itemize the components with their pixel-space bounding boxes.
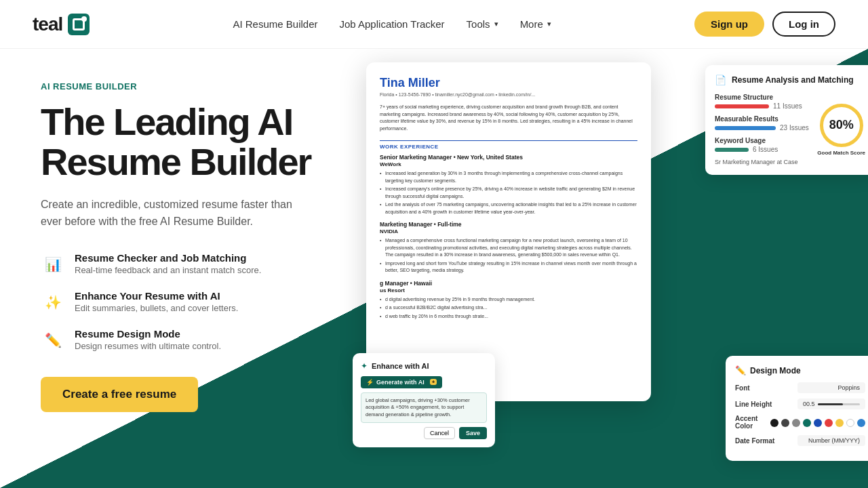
enhance-cancel-button[interactable]: Cancel [424,427,455,439]
color-darkgray[interactable] [781,419,789,427]
design-card: ✏️ Design Mode Font Poppins Line Height … [726,356,868,461]
analysis-row-structure: Resume Structure 11 Issues [715,94,809,110]
feature-title-2: Enhance Your Resume with AI [75,290,238,302]
enhance-card: ✦ Enhance with AI ⚡ Generate with AI + L… [353,353,495,448]
design-font-value[interactable]: Poppins [797,382,865,393]
analysis-icon: 📄 [715,75,726,85]
hero-subtitle: Create an incredible, customized resume … [41,196,312,230]
resume-bullet-3-3: d web traffic by 20% in 6 months through… [380,313,637,321]
resume-company3: us Resort [380,287,637,293]
design-font-row: Font Poppins [735,382,865,393]
feature-resume-checker: 📊 Resume Checker and Job Matching Real-t… [41,252,320,277]
feature-title-1: Resume Checker and Job Matching [75,252,261,264]
analysis-title: Resume Analysis and Matching [732,75,854,85]
resume-bullet-1-3: Led the analysis of over 75 marketing ca… [380,201,637,216]
resume-job2-title: Marketing Manager • Full-time [380,221,637,228]
signup-button[interactable]: Sign up [694,12,764,37]
color-red[interactable] [825,419,833,427]
resume-preview-card: Tina Miller Florida • 123-5456-7890 • ti… [366,62,651,401]
resume-summary: 7+ years of social marketing experience,… [380,104,637,132]
ai-badge: + [430,379,437,385]
cta-button[interactable]: Create a free resume [41,377,198,412]
resume-company1: WeWork [380,161,637,167]
resume-bullet-2-1: Managed a comprehensive cross functional… [380,237,637,259]
generate-icon: ⚡ [366,379,374,386]
feature-title-3: Resume Design Mode [75,328,221,340]
feature-desc-1: Real-time feedback and an instant match … [75,265,261,275]
resume-name: Tina Miller [380,76,637,90]
color-lightblue[interactable] [857,419,865,427]
design-lineheight-row: Line Height 00.5 [735,399,865,409]
color-blue[interactable] [814,419,822,427]
progress-bar-keywords [715,148,749,152]
color-white[interactable] [846,419,854,427]
feature-desc-2: Edit summaries, bullets, and cover lette… [75,303,238,313]
nav-links: AI Resume Builder Job Application Tracke… [233,18,551,30]
nav-tools[interactable]: Tools ▾ [467,18,498,30]
design-mode-pencil-icon: ✏️ [735,365,746,375]
feature-enhance-ai: ✨ Enhance Your Resume with AI Edit summa… [41,290,320,314]
logo[interactable]: teal [33,14,90,35]
match-score-circle: 80% [820,104,863,147]
feature-list: 📊 Resume Checker and Job Matching Real-t… [41,252,320,352]
resume-bullet-3-1: d digital advertising revenue by 25% in … [380,296,637,304]
tools-chevron-icon: ▾ [494,20,498,28]
analysis-row-results: Measurable Results 23 Issues [715,115,809,131]
color-gray[interactable] [792,419,800,427]
more-chevron-icon: ▾ [547,20,551,28]
feature-design-mode: ✏️ Resume Design Mode Design resumes wit… [41,328,320,352]
design-dateformat-value[interactable]: Number (MM/YYY) [797,435,865,446]
design-dateformat-row: Date Format Number (MM/YYY) [735,435,865,446]
analysis-row-keywords: Keyword Usage 6 Issues [715,137,809,153]
generate-ai-button[interactable]: ⚡ Generate with AI + [361,376,442,388]
resume-job1-title: Senior Marketing Manager • New York, Uni… [380,154,637,161]
color-black[interactable] [770,419,778,427]
hero-section: AI Resume Builder The Leading AI Resume … [0,49,868,488]
enhance-sparkle-icon: ✦ [361,361,368,371]
design-title: Design Mode [750,366,801,375]
nav-ai-resume-builder[interactable]: AI Resume Builder [233,18,317,30]
enhance-text-content[interactable]: Led global campaigns, driving +30% custo… [361,392,487,424]
hero-badge: AI Resume Builder [41,81,320,92]
analysis-job-title: Sr Marketing Manager at Case [715,159,809,165]
progress-bar-results [715,126,776,130]
nav-more[interactable]: More ▾ [520,18,551,30]
analysis-card: 📄 Resume Analysis and Matching Resume St… [705,65,868,175]
resume-checker-icon: 📊 [41,252,65,277]
logo-icon [68,14,90,35]
enhance-ai-icon: ✨ [41,290,65,314]
login-button[interactable]: Log in [772,12,835,37]
feature-desc-3: Design resumes with ultimate control. [75,341,221,351]
resume-bullet-1-1: Increased lead generation by 30% in 3 mo… [380,170,637,184]
enhance-save-button[interactable]: Save [459,427,487,439]
logo-text: teal [33,14,62,35]
color-yellow[interactable] [835,419,844,427]
resume-contact: Florida • 123-5456-7890 • tinamiller.nyc… [380,92,637,97]
resume-bullet-1-2: Increased company's online presence by 2… [380,186,637,200]
hero-right: Tina Miller Florida • 123-5456-7890 • ti… [353,49,868,488]
resume-section-work: WORK EXPERIENCE [380,140,637,150]
resume-company2: NVIDIA [380,228,637,235]
design-mode-icon: ✏️ [41,328,65,352]
nav-job-tracker[interactable]: Job Application Tracker [340,18,445,30]
design-accent-row: Accent Color [735,415,865,430]
enhance-title: Enhance with AI [372,362,429,370]
score-description: Good Match Score [817,150,865,156]
progress-bar-structure [715,104,769,108]
hero-title: The Leading AI Resume Builder [41,102,320,182]
nav-actions: Sign up Log in [694,12,835,37]
navbar: teal AI Resume Builder Job Application T… [0,0,868,49]
resume-job3-title: g Manager • Hawaii [380,280,637,287]
hero-left: AI Resume Builder The Leading AI Resume … [0,49,353,488]
color-palette[interactable] [770,419,865,427]
resume-bullet-2-2: Improved long and short form YouTube str… [380,260,637,274]
design-lineheight-value[interactable]: 00.5 [797,399,865,409]
color-teal[interactable] [803,419,811,427]
resume-bullet-3-2: d a successful B2B/B2C digital advertisi… [380,304,637,312]
